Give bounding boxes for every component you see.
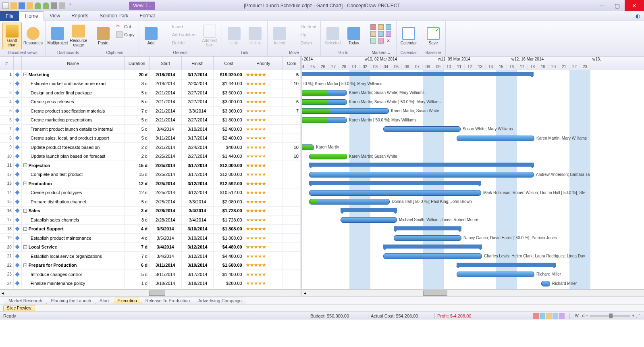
gantt-chart-button[interactable]: Gantt chart	[2, 23, 22, 49]
gantt-bar[interactable]	[309, 181, 481, 185]
gantt-bar[interactable]: Richard Miller	[541, 281, 550, 286]
gantt-bar[interactable]: Karen Martin	[302, 144, 314, 150]
col-num[interactable]: #	[0, 56, 14, 70]
gantt-hscroll[interactable]: ◂	[302, 289, 644, 296]
table-row[interactable]: 8 Create sales, local, and product suppo…	[0, 134, 301, 143]
table-row[interactable]: 18-Product Support4 d3/5/20143/10/2014$1…	[0, 225, 301, 234]
col-cost[interactable]: Cost	[214, 56, 244, 70]
link-button[interactable]: Link	[224, 23, 244, 49]
zoom-slider[interactable]	[590, 315, 630, 317]
table-row[interactable]: 22-Prepare for Production6 d3/11/20143/1…	[0, 261, 301, 270]
gantt-bar[interactable]: Nancy Garcia; David Harris [ 50.0 %]; Pa…	[394, 235, 461, 241]
grid-hscroll[interactable]: ◂	[0, 289, 301, 296]
col-finish[interactable]: Finish	[182, 56, 214, 70]
table-row[interactable]: 10 Update launch plan based on forecast2…	[0, 152, 301, 161]
table-row[interactable]: 2 Estimate market and make more exact3 d…	[0, 79, 301, 89]
gantt-bar[interactable]	[309, 163, 534, 167]
menu-tab-view[interactable]: View	[44, 11, 66, 21]
gantt-bar[interactable]: Richard Miller	[457, 272, 534, 277]
col-duration[interactable]: Duration	[125, 56, 150, 70]
sheet-tab[interactable]: Release To Production	[141, 297, 194, 304]
table-row[interactable]: 17 Establish sales channels3 d2/28/20143…	[0, 215, 301, 225]
sheet-tab[interactable]: Planning the Launch	[46, 297, 96, 304]
delete-marker-icon[interactable]: ✕	[386, 38, 391, 44]
add-button[interactable]: Add	[141, 23, 161, 49]
close-button[interactable]: ✕	[625, 0, 644, 11]
zoom-in-icon[interactable]: +	[632, 314, 634, 318]
table-row[interactable]: 1-Marketing20 d2/18/20143/17/2014$19,920…	[0, 70, 301, 79]
menu-tab-solution-park[interactable]: Solution Park	[94, 11, 134, 21]
gantt-bar[interactable]: Karen Martin; Susan White	[302, 108, 389, 114]
gantt-bar[interactable]: Karen Martin; Susan White	[309, 154, 347, 159]
gantt-bar[interactable]: Mark Robinson; Robert Wilson; Donna Hall…	[309, 190, 481, 196]
gantt-bar[interactable]: Karen Martin; Susan White; Mary Williams	[302, 90, 347, 96]
table-row[interactable]: 23 Introduce changes control5 d3/11/2014…	[0, 270, 301, 279]
outdent-button[interactable]: Outdent	[291, 23, 318, 31]
table-row[interactable]: 14 Create product prototypes12 d2/25/201…	[0, 188, 301, 198]
cut-button[interactable]: ✂Cut	[114, 23, 136, 31]
calendar-button[interactable]: Calendar	[399, 23, 418, 49]
menu-tab-reports[interactable]: Reports	[66, 11, 94, 21]
gantt-bar[interactable]: Karen Martin [ 50.0 %]; Mary Williams	[302, 117, 347, 123]
gantt-bar[interactable]: Charles Lewis; Helen Clark; Laura Rodrig…	[383, 253, 482, 259]
timeline-header[interactable]: 23 Feb 2014w10, 02 Mar 2014w11, 09 Mar 2…	[302, 56, 644, 70]
view-icons[interactable]	[533, 313, 565, 319]
sheet-tab[interactable]: Market Research	[4, 297, 47, 304]
paste-button[interactable]: Paste	[93, 23, 113, 49]
resource-usage-button[interactable]: Resource usage	[69, 23, 88, 49]
gantt-bar[interactable]	[383, 245, 482, 249]
new-icon[interactable]	[2, 2, 9, 9]
table-row[interactable]: 20-Local Service7 d3/4/20143/12/2014$4,4…	[0, 243, 301, 252]
maximize-button[interactable]: ▢	[609, 0, 625, 11]
unlink-button[interactable]: Unlink	[245, 23, 265, 49]
col-start[interactable]: Start	[150, 56, 182, 70]
table-row[interactable]: 19 Establish product maintenance4 d3/5/2…	[0, 234, 301, 243]
zoom-out-icon[interactable]: −	[586, 314, 588, 318]
table-row[interactable]: 4 Create press releases5 d2/21/20142/27/…	[0, 98, 301, 107]
print-icon[interactable]	[51, 2, 57, 9]
add-subitem-button[interactable]: Add subitem	[162, 31, 198, 39]
preview-icon[interactable]	[59, 2, 65, 9]
table-row[interactable]: 11-Projection15 d2/25/20143/17/2014$12,0…	[0, 161, 301, 170]
down-button[interactable]: Down	[291, 39, 318, 47]
slide-preview-tab[interactable]: Slide Preview	[3, 305, 35, 311]
table-row[interactable]: 9 Update product forecasts based on2 d2/…	[0, 143, 301, 152]
table-row[interactable]: 12 Complete and test product15 d2/25/201…	[0, 170, 301, 180]
save-baseline-button[interactable]: ✓Save	[424, 23, 443, 49]
table-row[interactable]: 6 Create marketing presentations5 d2/21/…	[0, 116, 301, 125]
markers-palette[interactable]: ✕	[369, 23, 394, 45]
col-name[interactable]: Name	[22, 56, 125, 70]
gantt-bar[interactable]: Karen Martin; Susan White [ 50.0 %]; Mar…	[302, 99, 347, 105]
save-icon[interactable]	[19, 2, 25, 9]
delete-button[interactable]: Delete	[162, 39, 198, 47]
sheet-tab[interactable]: Start	[95, 297, 113, 304]
file-menu[interactable]: File	[0, 11, 19, 21]
today-button[interactable]: Today	[344, 23, 364, 49]
contextual-tab[interactable]: View T...	[129, 2, 155, 10]
redo-icon[interactable]	[43, 2, 49, 9]
table-row[interactable]: 13-Production12 d2/25/20143/12/2014$12,5…	[0, 179, 301, 188]
table-row[interactable]: 7 Transmit product launch details to int…	[0, 125, 301, 134]
table-row[interactable]: 5 Create product specification materials…	[0, 107, 301, 116]
help-icon[interactable]: ◐	[636, 13, 640, 19]
table-row[interactable]: 16-Sales3 d2/28/20143/4/2014$1,728.00★★★…	[0, 207, 301, 216]
gantt-bar[interactable]: Karen Martin; Mary Williams	[457, 136, 534, 141]
gantt-bar[interactable]: Susan White; Mary Williams	[383, 126, 461, 132]
qat-icon[interactable]	[27, 2, 33, 9]
insert-button[interactable]: Insert	[162, 23, 198, 31]
sheet-tab[interactable]: Execution	[113, 297, 141, 304]
resources-button[interactable]: Resources	[23, 23, 43, 49]
table-row[interactable]: 24 Finalize maintenance policy1 d3/18/20…	[0, 279, 301, 288]
table-row[interactable]: 3 Design and order final package5 d2/21/…	[0, 88, 301, 98]
gantt-bar[interactable]	[394, 226, 461, 230]
gantt-bar[interactable]: Donna Hall [ 50.0 %]; Paul King; John Br…	[309, 199, 390, 205]
col-complete[interactable]: Com	[283, 56, 301, 70]
gantt-bar[interactable]	[341, 208, 397, 212]
gantt-bar[interactable]	[302, 72, 534, 76]
gantt-bar[interactable]	[457, 263, 556, 267]
multiproject-button[interactable]: Multiproject	[48, 23, 67, 49]
resize-grip-icon[interactable]: ⋰	[636, 314, 640, 318]
up-button[interactable]: Up	[291, 31, 318, 39]
menu-tab-home[interactable]: Home	[19, 11, 44, 21]
table-row[interactable]: 15 Prepare distribution channel5 d2/25/2…	[0, 197, 301, 207]
